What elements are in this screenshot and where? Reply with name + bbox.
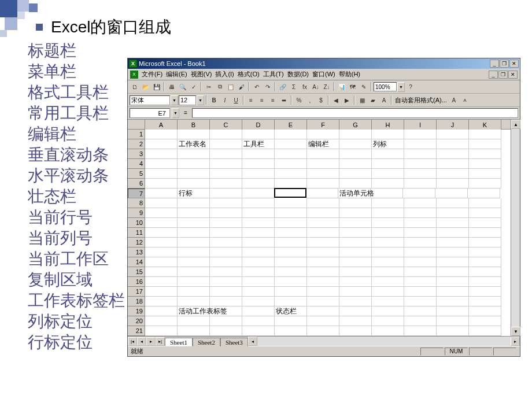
cell[interactable] — [307, 316, 339, 326]
cell[interactable] — [307, 326, 339, 336]
cell[interactable] — [275, 130, 307, 139]
cell[interactable] — [242, 316, 275, 326]
save-icon[interactable]: 💾 — [152, 82, 162, 92]
titlebar[interactable]: X Microsoft Excel - Book1 _ ❐ ✕ — [128, 58, 520, 69]
row-header[interactable]: 11 — [128, 228, 145, 238]
cell[interactable] — [145, 228, 178, 238]
cell[interactable] — [210, 257, 242, 267]
cell[interactable] — [210, 267, 242, 277]
cell[interactable] — [275, 149, 307, 159]
cell[interactable] — [275, 267, 307, 277]
cell[interactable] — [178, 257, 210, 267]
cell[interactable] — [437, 306, 469, 316]
cell[interactable] — [403, 189, 435, 198]
cell[interactable] — [404, 257, 437, 267]
cell[interactable] — [339, 316, 372, 326]
cell[interactable] — [210, 238, 242, 247]
close-button[interactable]: ✕ — [509, 60, 519, 68]
sheet-tab[interactable]: Sheet2 — [193, 338, 220, 346]
cell[interactable] — [372, 159, 404, 169]
cell[interactable] — [275, 257, 307, 267]
cell[interactable] — [210, 247, 242, 257]
cell[interactable] — [339, 159, 372, 169]
cell[interactable] — [404, 316, 437, 326]
row-header[interactable]: 18 — [128, 297, 145, 306]
cell[interactable] — [242, 297, 275, 306]
cell[interactable] — [469, 306, 501, 316]
cell[interactable] — [307, 297, 339, 306]
cell[interactable] — [178, 198, 210, 208]
cell[interactable] — [306, 189, 338, 198]
cell[interactable] — [372, 208, 404, 218]
fill-icon[interactable]: ▰ — [368, 95, 378, 105]
cell[interactable] — [339, 326, 372, 336]
cell[interactable] — [307, 238, 339, 247]
cell[interactable] — [469, 130, 501, 139]
cell[interactable] — [242, 257, 275, 267]
copy-icon[interactable]: ⧉ — [215, 82, 225, 92]
cell[interactable] — [275, 139, 307, 149]
new-icon[interactable]: 🗋 — [130, 82, 140, 92]
cell[interactable] — [404, 159, 437, 169]
cell[interactable] — [307, 257, 339, 267]
cell[interactable] — [404, 238, 437, 247]
size-selector[interactable]: 12 — [179, 95, 196, 105]
menu-item[interactable]: 工具(T) — [263, 70, 284, 79]
cell[interactable] — [145, 189, 178, 198]
cell[interactable] — [307, 306, 339, 316]
cell[interactable] — [372, 179, 404, 189]
cell[interactable] — [404, 208, 437, 218]
cell[interactable] — [242, 159, 275, 169]
cell[interactable] — [242, 228, 275, 238]
undo-icon[interactable]: ↶ — [252, 82, 262, 92]
cell[interactable] — [275, 316, 307, 326]
cell[interactable] — [307, 228, 339, 238]
row-header[interactable]: 20 — [128, 316, 145, 326]
namebox-dropdown-icon[interactable]: ▼ — [172, 108, 179, 118]
cell[interactable] — [178, 277, 210, 287]
cell[interactable] — [437, 228, 469, 238]
cell[interactable] — [275, 218, 307, 228]
cell[interactable] — [469, 198, 501, 208]
cell[interactable] — [145, 257, 178, 267]
cell[interactable] — [145, 198, 178, 208]
column-header[interactable]: E — [275, 120, 307, 130]
row-header[interactable]: 8 — [128, 198, 145, 208]
menu-item[interactable]: 文件(F) — [142, 70, 162, 79]
scroll-up-icon[interactable]: ▲ — [511, 120, 520, 129]
cell[interactable] — [242, 189, 275, 198]
cell[interactable] — [469, 169, 501, 179]
cell[interactable] — [468, 189, 500, 198]
cell[interactable] — [307, 130, 339, 139]
cell[interactable] — [145, 316, 178, 326]
menu-item[interactable]: 数据(D) — [287, 70, 309, 79]
cell[interactable] — [242, 326, 275, 336]
cell[interactable] — [242, 287, 275, 297]
column-header[interactable]: H — [372, 120, 404, 130]
cell[interactable] — [178, 297, 210, 306]
cell[interactable] — [437, 139, 469, 149]
currency-icon[interactable]: $ — [316, 95, 326, 105]
cell[interactable] — [145, 169, 178, 179]
cell[interactable] — [307, 267, 339, 277]
scroll-right-icon[interactable]: ▸ — [511, 337, 520, 346]
menu-item[interactable]: 视图(V) — [191, 70, 212, 79]
link-icon[interactable]: 🔗 — [278, 82, 288, 92]
align-left-icon[interactable]: ≡ — [246, 95, 256, 105]
cell[interactable] — [437, 247, 469, 257]
fx-icon[interactable]: fx — [300, 82, 310, 92]
doc-maximize-button[interactable]: ❐ — [498, 71, 508, 79]
sort-asc-icon[interactable]: A↓ — [311, 82, 321, 92]
cell[interactable] — [242, 198, 275, 208]
cell[interactable] — [372, 326, 404, 336]
cell[interactable] — [178, 247, 210, 257]
cell[interactable] — [404, 169, 437, 179]
cell[interactable] — [339, 306, 372, 316]
cell[interactable] — [469, 149, 501, 159]
indent-dec-icon[interactable]: ◀ — [331, 95, 341, 105]
cell[interactable] — [404, 306, 437, 316]
cell[interactable] — [437, 316, 469, 326]
cell[interactable] — [339, 267, 372, 277]
cell[interactable] — [372, 169, 404, 179]
cell[interactable] — [404, 277, 437, 287]
